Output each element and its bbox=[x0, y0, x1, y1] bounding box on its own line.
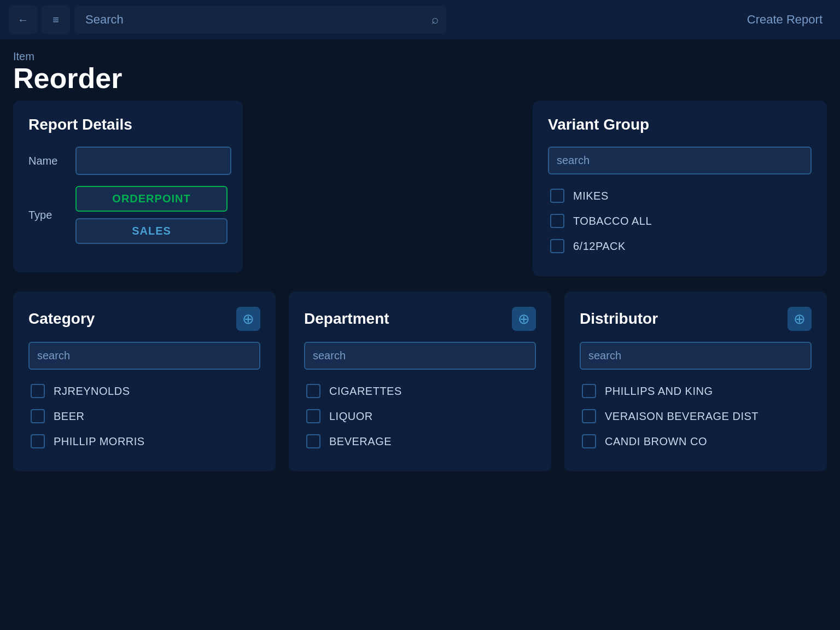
list-item: MIKES bbox=[548, 183, 812, 208]
distributor-add-button[interactable]: ⊕ bbox=[788, 307, 812, 331]
name-input[interactable] bbox=[75, 147, 231, 175]
checkbox-rjreynolds[interactable] bbox=[31, 384, 45, 398]
create-report-button[interactable]: Create Report bbox=[738, 8, 831, 31]
list-item: CANDI BROWN CO bbox=[580, 429, 812, 454]
list-item: PHILLIPS AND KING bbox=[580, 378, 812, 404]
department-item-label: BEVERAGE bbox=[329, 435, 392, 448]
category-add-button[interactable]: ⊕ bbox=[236, 307, 260, 331]
menu-button[interactable]: ≡ bbox=[42, 5, 70, 34]
distributor-card: Distributor ⊕ PHILLIPS AND KING VERAISON… bbox=[564, 291, 827, 471]
checkbox-phillip-morris[interactable] bbox=[31, 434, 45, 448]
department-item-label: LIQUOR bbox=[329, 410, 373, 423]
department-add-button[interactable]: ⊕ bbox=[512, 307, 536, 331]
department-item-label: CIGARETTES bbox=[329, 385, 402, 398]
department-search-input[interactable] bbox=[304, 342, 536, 370]
checkbox-mikes[interactable] bbox=[550, 189, 564, 203]
department-list: CIGARETTES LIQUOR BEVERAGE bbox=[304, 378, 536, 454]
variant-group-list: MIKES TOBACCO ALL 6/12PACK bbox=[548, 183, 812, 259]
list-item: 6/12PACK bbox=[548, 234, 812, 259]
sales-button[interactable]: SALES bbox=[75, 218, 228, 244]
page-header: Item Reorder bbox=[0, 39, 840, 101]
list-item: VERAISON BEVERAGE DIST bbox=[580, 404, 812, 429]
category-title: Category bbox=[28, 310, 95, 328]
back-button[interactable]: ← bbox=[9, 5, 37, 34]
category-item-label: RJREYNOLDS bbox=[54, 385, 130, 398]
category-item-label: PHILLIP MORRIS bbox=[54, 435, 145, 448]
category-header-row: Category ⊕ bbox=[28, 307, 260, 331]
list-item: TOBACCO ALL bbox=[548, 208, 812, 234]
back-icon: ← bbox=[18, 14, 28, 26]
type-label: Type bbox=[28, 209, 67, 221]
search-input[interactable] bbox=[74, 6, 446, 33]
distributor-item-label: VERAISON BEVERAGE DIST bbox=[605, 410, 759, 423]
plus-circle-icon: ⊕ bbox=[518, 311, 530, 328]
category-search-input[interactable] bbox=[28, 342, 260, 370]
list-item: LIQUOR bbox=[304, 404, 536, 429]
list-item: RJREYNOLDS bbox=[28, 378, 260, 404]
search-icon: ⌕ bbox=[431, 13, 439, 27]
page-title: Reorder bbox=[13, 63, 827, 94]
checkbox-candi-brown[interactable] bbox=[582, 434, 596, 448]
checkbox-tobacco-all[interactable] bbox=[550, 214, 564, 228]
variant-item-label: 6/12PACK bbox=[573, 240, 626, 253]
department-card: Department ⊕ CIGARETTES LIQUOR BEVERAGE bbox=[289, 291, 551, 471]
list-item: CIGARETTES bbox=[304, 378, 536, 404]
department-header-row: Department ⊕ bbox=[304, 307, 536, 331]
distributor-header-row: Distributor ⊕ bbox=[580, 307, 812, 331]
variant-item-label: MIKES bbox=[573, 190, 609, 202]
department-title: Department bbox=[304, 310, 389, 328]
checkbox-beverage[interactable] bbox=[306, 434, 320, 448]
checkbox-veraison[interactable] bbox=[582, 409, 596, 423]
report-details-card: Report Details Name Type ORDERPOINT SALE… bbox=[13, 101, 243, 272]
variant-item-label: TOBACCO ALL bbox=[573, 215, 652, 228]
category-list: RJREYNOLDS BEER PHILLIP MORRIS bbox=[28, 378, 260, 454]
checkbox-phillips-and-king[interactable] bbox=[582, 384, 596, 398]
list-item: BEVERAGE bbox=[304, 429, 536, 454]
distributor-item-label: CANDI BROWN CO bbox=[605, 435, 707, 448]
bottom-row: Category ⊕ RJREYNOLDS BEER PHILLIP MORRI… bbox=[13, 291, 827, 471]
distributor-search-input[interactable] bbox=[580, 342, 812, 370]
variant-group-search-input[interactable] bbox=[548, 147, 812, 174]
type-buttons-group: ORDERPOINT SALES bbox=[75, 186, 228, 244]
report-details-title: Report Details bbox=[28, 116, 228, 133]
name-field-row: Name bbox=[28, 147, 228, 175]
name-label: Name bbox=[28, 155, 67, 167]
page-item-label: Item bbox=[13, 50, 827, 63]
checkbox-6-12pack[interactable] bbox=[550, 239, 564, 253]
list-item: PHILLIP MORRIS bbox=[28, 429, 260, 454]
distributor-title: Distributor bbox=[580, 310, 658, 328]
top-row: Report Details Name Type ORDERPOINT SALE… bbox=[13, 101, 827, 276]
top-navigation: ← ≡ ⌕ Create Report bbox=[0, 0, 840, 39]
checkbox-beer[interactable] bbox=[31, 409, 45, 423]
variant-group-card: Variant Group MIKES TOBACCO ALL 6/12PACK bbox=[533, 101, 827, 276]
distributor-list: PHILLIPS AND KING VERAISON BEVERAGE DIST… bbox=[580, 378, 812, 454]
category-card: Category ⊕ RJREYNOLDS BEER PHILLIP MORRI… bbox=[13, 291, 276, 471]
plus-circle-icon: ⊕ bbox=[794, 311, 806, 328]
menu-icon: ≡ bbox=[52, 14, 59, 26]
type-field-row: Type ORDERPOINT SALES bbox=[28, 186, 228, 244]
list-item: BEER bbox=[28, 404, 260, 429]
distributor-item-label: PHILLIPS AND KING bbox=[605, 385, 713, 398]
search-bar-container: ⌕ bbox=[74, 6, 446, 33]
category-item-label: BEER bbox=[54, 410, 84, 423]
orderpoint-button[interactable]: ORDERPOINT bbox=[75, 186, 228, 212]
plus-circle-icon: ⊕ bbox=[242, 311, 254, 328]
checkbox-liquor[interactable] bbox=[306, 409, 320, 423]
variant-group-title: Variant Group bbox=[548, 116, 812, 133]
checkbox-cigarettes[interactable] bbox=[306, 384, 320, 398]
main-content: Report Details Name Type ORDERPOINT SALE… bbox=[0, 101, 840, 485]
